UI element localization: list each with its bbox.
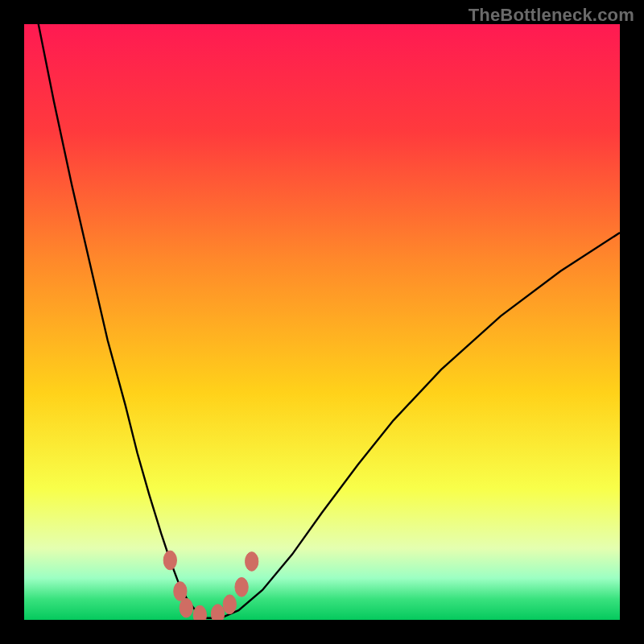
curve-marker [163,551,176,570]
curve-marker [235,577,248,597]
watermark-text: TheBottleneck.com [469,5,634,26]
curve-marker [211,605,224,620]
bottleneck-chart [24,24,620,620]
gradient-background [24,24,620,620]
curve-marker [246,552,258,572]
chart-frame: TheBottleneck.com [0,0,644,644]
curve-marker [174,582,187,601]
curve-marker [223,595,236,614]
curve-marker [193,605,206,620]
curve-marker [180,598,192,617]
plot-area [24,24,620,620]
